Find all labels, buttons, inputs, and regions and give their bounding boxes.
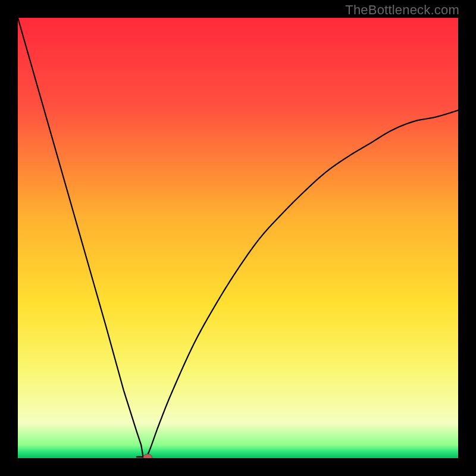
chart-frame: TheBottleneck.com xyxy=(0,0,476,476)
plot-area xyxy=(18,18,458,458)
gradient-background xyxy=(18,18,458,458)
watermark-text: TheBottleneck.com xyxy=(345,2,459,18)
